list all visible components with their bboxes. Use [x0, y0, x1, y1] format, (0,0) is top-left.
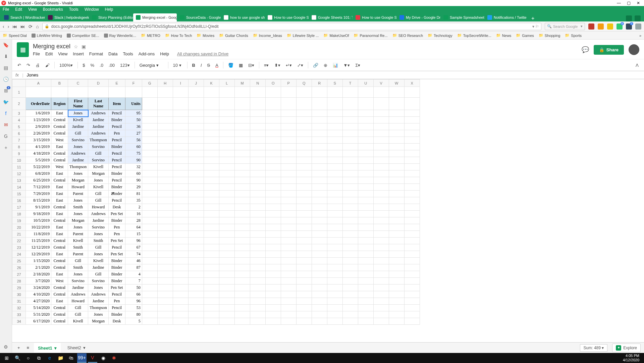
cell-F13[interactable]: 90: [125, 177, 142, 184]
cell[interactable]: [250, 305, 265, 311]
cell-A16[interactable]: 8/15/2019: [26, 197, 51, 204]
cell-D13[interactable]: Jones: [88, 177, 108, 184]
cell[interactable]: [358, 191, 373, 197]
col-header-T[interactable]: T: [342, 80, 358, 87]
row-header-22[interactable]: 22: [12, 238, 26, 244]
cell[interactable]: [219, 177, 234, 184]
cell[interactable]: [327, 98, 342, 110]
cell[interactable]: [234, 278, 250, 284]
cell[interactable]: [173, 170, 188, 177]
cell-B34[interactable]: Central: [51, 318, 68, 325]
cell[interactable]: [188, 251, 204, 258]
cell[interactable]: [188, 177, 204, 184]
cell[interactable]: [265, 150, 281, 157]
cell[interactable]: [142, 144, 157, 150]
panel-facebook-icon[interactable]: f: [3, 110, 9, 117]
cell-B13[interactable]: Central: [51, 177, 68, 184]
cell[interactable]: [296, 137, 312, 144]
cell-A12[interactable]: 6/8/2019: [26, 170, 51, 177]
cell[interactable]: [234, 204, 250, 211]
font-size-select[interactable]: 10 ▾: [171, 62, 184, 68]
cell-C33[interactable]: Gill: [68, 311, 88, 318]
cell-D32[interactable]: Thompson: [88, 305, 108, 311]
cell-A32[interactable]: 5/14/2020: [26, 305, 51, 311]
cell[interactable]: [281, 284, 296, 291]
cell-D3[interactable]: Andrews: [88, 110, 108, 117]
cell[interactable]: [342, 177, 358, 184]
cell[interactable]: [173, 224, 188, 231]
currency-button[interactable]: $: [80, 61, 87, 69]
cell[interactable]: [312, 110, 327, 117]
fill-color-button[interactable]: 🪣: [226, 61, 235, 69]
cell[interactable]: [219, 170, 234, 177]
cell[interactable]: [312, 211, 327, 217]
cell[interactable]: [373, 244, 389, 251]
cell[interactable]: [312, 157, 327, 164]
cell-A27[interactable]: 2/18/2020: [26, 271, 51, 278]
cell[interactable]: [342, 191, 358, 197]
bookmark-10[interactable]: MakeUseOf: [323, 33, 349, 38]
ext-icon-3[interactable]: [607, 23, 613, 30]
cell[interactable]: [296, 170, 312, 177]
cell[interactable]: [142, 217, 157, 224]
cell[interactable]: [219, 123, 234, 130]
select-all-corner[interactable]: [12, 80, 26, 87]
cell[interactable]: [358, 251, 373, 258]
row-header-26[interactable]: 26: [12, 264, 26, 271]
cell[interactable]: [373, 144, 389, 150]
cell[interactable]: [296, 271, 312, 278]
col-header-P[interactable]: P: [281, 80, 296, 87]
cell[interactable]: [142, 284, 157, 291]
cell[interactable]: [389, 264, 404, 271]
cell[interactable]: [250, 298, 265, 305]
cell-F26[interactable]: 87: [125, 264, 142, 271]
cell[interactable]: [188, 170, 204, 177]
cell-E21[interactable]: Pen: [108, 231, 125, 238]
cell[interactable]: [265, 291, 281, 298]
cell[interactable]: [281, 197, 296, 204]
cell[interactable]: [219, 284, 234, 291]
cell[interactable]: [296, 110, 312, 117]
halign-button[interactable]: ≡▾: [262, 61, 271, 69]
bookmark-12[interactable]: SEO Research: [392, 33, 423, 38]
spreadsheet-grid[interactable]: ABCDEFGHIJKLMNOPQRSTUVWX12OrderDateRegio…: [12, 79, 644, 342]
browser-tab-9[interactable]: My Drive - Google Dr: [397, 13, 440, 21]
cell[interactable]: [389, 224, 404, 231]
cell-D22[interactable]: Smith: [88, 238, 108, 244]
cell-C3[interactable]: Jones: [68, 110, 88, 117]
search-dropdown-icon[interactable]: ▾: [581, 24, 583, 29]
cell[interactable]: [296, 291, 312, 298]
cell[interactable]: [358, 177, 373, 184]
cell[interactable]: [296, 211, 312, 217]
cell[interactable]: [312, 204, 327, 211]
cell-F29[interactable]: 50: [125, 284, 142, 291]
cell[interactable]: [265, 164, 281, 170]
wrap-button[interactable]: ↵▾: [284, 61, 294, 69]
cell[interactable]: [234, 110, 250, 117]
cell[interactable]: [389, 258, 404, 264]
cell[interactable]: [142, 311, 157, 318]
cell-B10[interactable]: Central: [51, 157, 68, 164]
header-cell-orderdate[interactable]: OrderDate: [26, 98, 51, 110]
cell[interactable]: [250, 144, 265, 150]
cell[interactable]: [373, 117, 389, 123]
cell[interactable]: [234, 305, 250, 311]
browser-tab-10[interactable]: Sample Spreadsheet f: [441, 13, 484, 21]
row-header-30[interactable]: 30: [12, 291, 26, 298]
merge-button[interactable]: ⊟▾: [246, 61, 256, 69]
cell[interactable]: [358, 244, 373, 251]
cell[interactable]: [219, 224, 234, 231]
cell[interactable]: [358, 211, 373, 217]
cell[interactable]: [219, 164, 234, 170]
functions-button[interactable]: Σ▾: [353, 61, 362, 69]
cell-A14[interactable]: 7/12/2019: [26, 184, 51, 191]
bookmark-14[interactable]: TopSecretWrite...: [457, 33, 491, 38]
cell[interactable]: [188, 311, 204, 318]
cell[interactable]: [312, 298, 327, 305]
cell[interactable]: [204, 110, 219, 117]
cell[interactable]: [219, 258, 234, 264]
cell[interactable]: [234, 271, 250, 278]
cell[interactable]: [173, 157, 188, 164]
cell[interactable]: [204, 157, 219, 164]
cell[interactable]: [404, 110, 420, 117]
